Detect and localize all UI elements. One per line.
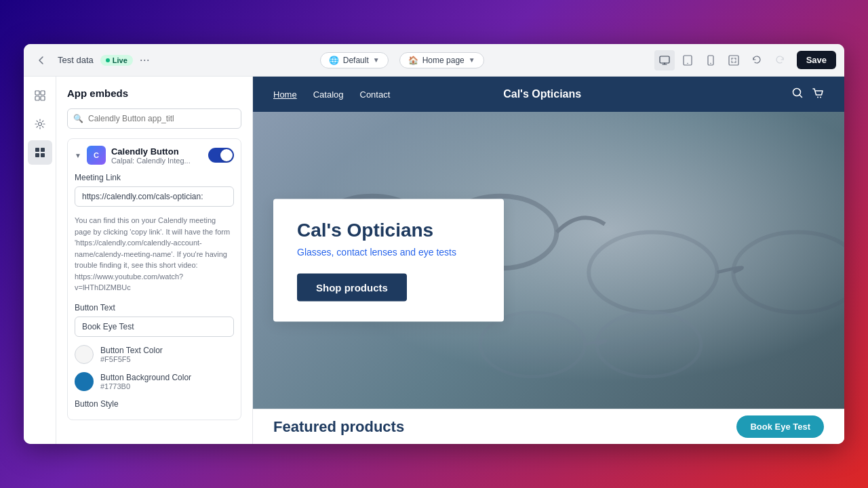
- button-bg-color-swatch[interactable]: [75, 372, 94, 391]
- mobile-view-button[interactable]: [701, 50, 721, 70]
- shop-preview: Home Catalog Contact Cal's Opticians: [253, 77, 844, 444]
- svg-point-16: [817, 97, 818, 98]
- panel-title: App embeds: [67, 87, 241, 99]
- help-text: You can find this on your Calendly meeti…: [75, 215, 234, 293]
- chevron-down-icon: ▼: [373, 56, 380, 64]
- app-embed-subtitle: Calpal: Calendly Integ...: [111, 157, 191, 165]
- main-content: App embeds 🔍 ▼ C Calendly Button Calpal:…: [24, 77, 844, 444]
- search-input[interactable]: [67, 108, 241, 129]
- app-embed-header: ▼ C Calendly Button Calpal: Calendly Int…: [75, 146, 234, 165]
- svg-rect-5: [729, 56, 738, 65]
- sidebar-icon-settings[interactable]: [28, 112, 52, 136]
- left-panel: App embeds 🔍 ▼ C Calendly Button Calpal:…: [56, 77, 253, 444]
- toggle-switch[interactable]: [208, 148, 234, 163]
- button-bg-color-value: #1773B0: [100, 382, 191, 390]
- hero-card: Cal's Opticians Glasses, contact lenses …: [273, 199, 504, 322]
- svg-point-20: [589, 232, 717, 312]
- hero-title: Cal's Opticians: [297, 220, 480, 241]
- chevron-down-icon-2: ▼: [469, 56, 475, 64]
- button-text-color-row: Button Text Color #F5F5F5: [75, 345, 234, 364]
- button-bg-color-row: Button Background Color #1773B0: [75, 372, 234, 391]
- app-embed-icon: C: [87, 146, 106, 165]
- svg-point-21: [733, 232, 844, 312]
- meeting-link-input[interactable]: [75, 186, 234, 207]
- shop-nav: Home Catalog Contact Cal's Opticians: [253, 77, 844, 112]
- live-badge: Live: [100, 55, 133, 66]
- shop-nav-icons: [791, 87, 824, 102]
- svg-rect-7: [41, 91, 45, 95]
- nav-link-contact[interactable]: Contact: [360, 89, 391, 100]
- live-label: Live: [113, 56, 127, 64]
- globe-icon: 🌐: [329, 56, 339, 65]
- home-page-label: Home page: [422, 56, 465, 65]
- svg-rect-8: [35, 96, 39, 100]
- svg-rect-14: [41, 153, 45, 157]
- home-page-dropdown[interactable]: 🏠 Home page ▼: [399, 52, 484, 68]
- button-text-label: Button Text: [75, 303, 234, 312]
- svg-point-22: [480, 312, 585, 377]
- svg-rect-0: [660, 56, 669, 63]
- button-text-color-value: #F5F5F5: [100, 355, 163, 363]
- shop-hero: Cal's Opticians Glasses, contact lenses …: [253, 112, 844, 409]
- toolbar-icons: [654, 50, 790, 70]
- app-embed-name: Calendly Button: [111, 146, 191, 157]
- default-label: Default: [343, 56, 369, 65]
- preview-panel: Home Catalog Contact Cal's Opticians: [253, 77, 844, 444]
- test-data-label: Test data: [58, 55, 94, 65]
- url-bar-center: 🌐 Default ▼ 🏠 Home page ▼: [320, 52, 484, 68]
- browser-window: Test data Live ··· 🌐 Default ▼ 🏠 Home pa…: [24, 44, 844, 444]
- shop-brand: Cal's Opticians: [503, 88, 581, 100]
- undo-button[interactable]: [747, 50, 767, 70]
- cart-nav-icon[interactable]: [812, 87, 824, 102]
- redo-button[interactable]: [770, 50, 790, 70]
- expand-icon[interactable]: ▼: [75, 152, 81, 159]
- sidebar-icon-grid[interactable]: [28, 83, 52, 108]
- sidebar-icon-strip: [24, 77, 56, 444]
- svg-point-17: [820, 97, 821, 98]
- search-nav-icon[interactable]: [791, 87, 804, 102]
- nav-link-home[interactable]: Home: [273, 89, 297, 100]
- tablet-view-button[interactable]: [677, 50, 698, 70]
- svg-rect-9: [41, 96, 45, 100]
- button-text-color-swatch[interactable]: [75, 345, 94, 364]
- svg-rect-6: [35, 91, 39, 95]
- desktop-view-button[interactable]: [654, 50, 675, 70]
- button-style-label: Button Style: [75, 399, 234, 409]
- svg-rect-12: [41, 148, 45, 152]
- search-icon: 🔍: [73, 114, 83, 123]
- expand-view-button[interactable]: [724, 50, 744, 70]
- sidebar-icon-apps[interactable]: [28, 140, 52, 165]
- book-eye-test-button[interactable]: Book Eye Test: [736, 415, 824, 438]
- button-text-input[interactable]: [75, 317, 234, 337]
- live-dot: [106, 58, 110, 62]
- browser-bar: Test data Live ··· 🌐 Default ▼ 🏠 Home pa…: [24, 44, 844, 77]
- toggle-knob: [220, 149, 233, 161]
- save-button[interactable]: Save: [797, 51, 836, 69]
- svg-rect-13: [35, 153, 39, 157]
- svg-point-4: [710, 62, 711, 64]
- button-text-color-label: Button Text Color: [100, 346, 163, 355]
- svg-point-10: [38, 123, 41, 126]
- featured-title: Featured products: [273, 418, 404, 436]
- svg-rect-11: [35, 148, 39, 152]
- svg-point-2: [687, 62, 688, 64]
- button-text-color-info: Button Text Color #F5F5F5: [100, 346, 163, 363]
- app-embed-info: Calendly Button Calpal: Calendly Integ..…: [111, 146, 191, 165]
- button-bg-color-label: Button Background Color: [100, 373, 191, 382]
- featured-bar: Featured products Book Eye Test: [253, 409, 844, 444]
- svg-point-23: [597, 312, 701, 377]
- app-embed-item: ▼ C Calendly Button Calpal: Calendly Int…: [67, 138, 241, 420]
- default-dropdown[interactable]: 🌐 Default ▼: [320, 52, 389, 68]
- more-options-button[interactable]: ···: [140, 53, 150, 67]
- search-wrap: 🔍: [67, 108, 241, 129]
- shop-products-button[interactable]: Shop products: [297, 274, 407, 302]
- button-bg-color-info: Button Background Color #1773B0: [100, 373, 191, 390]
- nav-link-catalog[interactable]: Catalog: [313, 89, 344, 100]
- hero-subtitle: Glasses, contact lenses and eye tests: [297, 247, 480, 258]
- back-button[interactable]: [32, 51, 51, 70]
- home-icon: 🏠: [408, 56, 418, 65]
- meeting-link-label: Meeting Link: [75, 173, 234, 182]
